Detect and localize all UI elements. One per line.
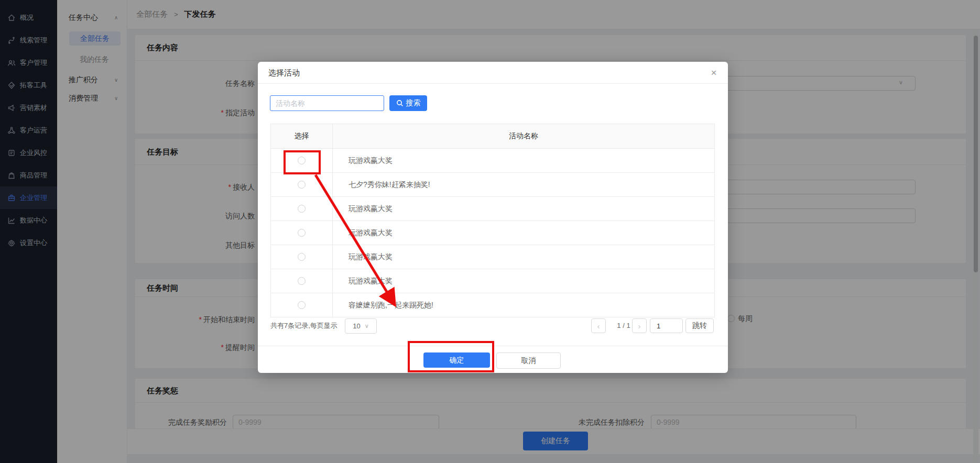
chevron-down-icon: ∨ xyxy=(365,323,369,329)
radio-button[interactable] xyxy=(298,181,306,189)
table-row: 玩游戏赢大奖 xyxy=(271,197,714,221)
activity-name-cell: 玩游戏赢大奖 xyxy=(333,221,714,245)
activity-table: 选择 活动名称 玩游戏赢大奖 七夕?秀你妹!赶紧来抽奖! 玩游戏赢大奖 玩游戏赢… xyxy=(270,124,715,317)
confirm-button[interactable]: 确定 xyxy=(423,352,490,368)
column-header-activity-name: 活动名称 xyxy=(333,124,714,148)
next-icon: › xyxy=(638,322,641,330)
select-activity-modal: 选择活动 × 搜索 选择 活动名称 玩游戏赢大奖 七夕?秀你妹!赶紧来抽奖! xyxy=(258,62,728,373)
modal-footer-divider xyxy=(258,346,728,346)
search-icon xyxy=(396,100,404,107)
radio-button[interactable] xyxy=(298,157,306,164)
activity-name-cell: 玩游戏赢大奖 xyxy=(333,245,714,269)
table-row: 玩游戏赢大奖 xyxy=(271,221,714,245)
activity-name-cell: 七夕?秀你妹!赶紧来抽奖! xyxy=(333,173,714,196)
cancel-button[interactable]: 取消 xyxy=(496,352,561,369)
radio-button[interactable] xyxy=(298,229,306,237)
search-button[interactable]: 搜索 xyxy=(389,95,427,111)
activity-name-cell: 容嬷嬷别跑,一起来踢死她! xyxy=(333,293,714,317)
jump-button[interactable]: 跳转 xyxy=(685,318,714,333)
table-row: 玩游戏赢大奖 xyxy=(271,269,714,293)
modal-title: 选择活动 xyxy=(268,62,300,84)
jump-page-input[interactable] xyxy=(650,318,683,333)
radio-button[interactable] xyxy=(298,253,306,261)
radio-button[interactable] xyxy=(298,301,306,309)
app-root: 概况 线索管理 客户管理 拓客工具 营销素材 客户运营 企业风控 商品管理 xyxy=(0,0,980,463)
table-row: 七夕?秀你妹!赶紧来抽奖! xyxy=(271,173,714,197)
table-row: 玩游戏赢大奖 xyxy=(271,149,714,173)
prev-page-button[interactable]: ‹ xyxy=(591,318,606,333)
column-header-select: 选择 xyxy=(271,124,333,148)
activity-name-cell: 玩游戏赢大奖 xyxy=(333,197,714,221)
activity-name-cell: 玩游戏赢大奖 xyxy=(333,269,714,293)
close-icon[interactable]: × xyxy=(707,67,720,79)
radio-button[interactable] xyxy=(298,205,306,213)
next-page-button[interactable]: › xyxy=(632,318,647,333)
prev-icon: ‹ xyxy=(597,322,600,330)
radio-button[interactable] xyxy=(298,277,306,285)
page-size-select[interactable]: 10 ∨ xyxy=(345,318,377,334)
activity-name-cell: 玩游戏赢大奖 xyxy=(333,149,714,172)
activity-table-header: 选择 活动名称 xyxy=(271,124,714,149)
modal-header: 选择活动 × xyxy=(258,62,728,84)
table-row: 玩游戏赢大奖 xyxy=(271,245,714,269)
activity-search-input[interactable] xyxy=(270,95,384,111)
table-row: 容嬷嬷别跑,一起来踢死她! xyxy=(271,293,714,317)
pagination-summary: 共有7条记录,每页显示 xyxy=(270,318,337,333)
